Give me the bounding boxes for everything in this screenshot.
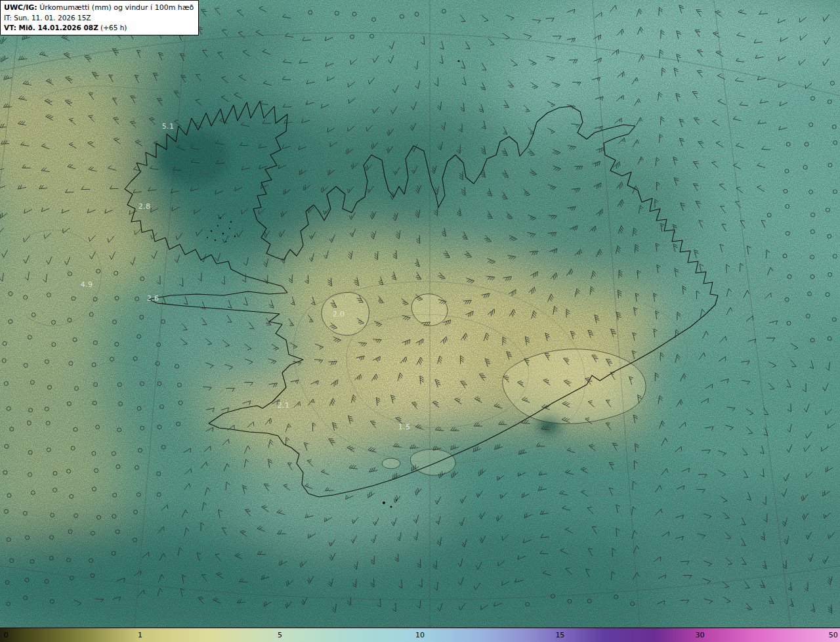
colorbar-tick: 50 xyxy=(829,631,838,639)
colorbar-tick: 15 xyxy=(555,631,564,639)
colorbar-ticks: 01510153050 xyxy=(0,628,840,642)
colorbar-tick: 0 xyxy=(4,631,9,639)
map-title: UWC/IG: Úrkomumætti (mm) og vindur í 100… xyxy=(4,3,194,13)
colorbar: 01510153050 xyxy=(0,628,840,642)
valid-time: VT: Mið. 14.01.2026 08Z (+65 h) xyxy=(4,23,194,33)
model-name: UWC/IG: xyxy=(4,3,37,12)
map-title-text: Úrkomumætti (mm) og vindur í 100m hæð xyxy=(37,3,194,12)
weather-map: 5.12.84.92.62.02.11.5 UWC/IG: Úrkomumætt… xyxy=(0,0,840,642)
valid-time-offset: (+65 h) xyxy=(98,24,127,32)
colorbar-tick: 10 xyxy=(415,631,425,639)
colorbar-tick: 1 xyxy=(138,631,142,639)
precipitation-field-map xyxy=(0,0,840,628)
valid-time-bold: VT: Mið. 14.01.2026 08Z xyxy=(4,24,98,32)
title-box: UWC/IG: Úrkomumætti (mm) og vindur í 100… xyxy=(0,0,199,35)
colorbar-tick: 30 xyxy=(696,631,705,639)
init-time: IT: Sun. 11. 01. 2026 15Z xyxy=(4,13,194,23)
colorbar-tick: 5 xyxy=(278,631,282,639)
